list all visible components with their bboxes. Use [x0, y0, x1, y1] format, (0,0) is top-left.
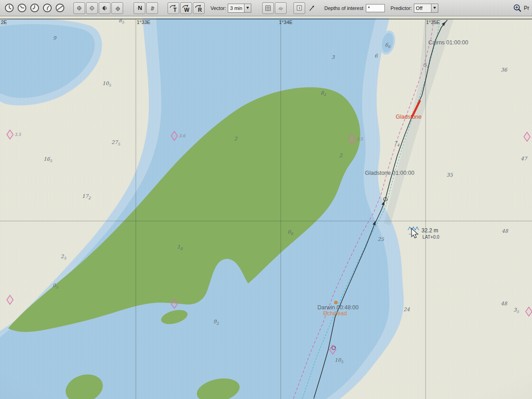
mark-label: 3.5	[14, 132, 22, 137]
crosshair-circle-icon	[115, 4, 120, 12]
depth-sounding: 9	[53, 35, 57, 41]
chart-layers-button[interactable]	[275, 2, 287, 14]
depth-sounding: 48	[501, 301, 508, 307]
depth-sounding: 47	[521, 156, 528, 162]
clock-arrow-icon	[42, 3, 53, 13]
route-label: Gladstone	[396, 114, 422, 120]
motion-mode-button-t[interactable]: T	[168, 2, 179, 14]
depth-sounding: 2	[339, 153, 343, 159]
clock-arrow-button-5[interactable]	[54, 2, 66, 14]
north-up-label: N	[138, 5, 142, 11]
depth-sounding: 35	[446, 172, 453, 178]
depth-sounding: 48	[502, 228, 508, 234]
motion-mode-label: R	[198, 7, 202, 13]
motion-mode-label: T	[173, 7, 177, 13]
panel-3-button[interactable]: 3	[293, 2, 305, 14]
depth-sounding: 24	[403, 307, 410, 312]
longitude-label: 1°35E	[426, 19, 440, 25]
longitude-label: 1°34E	[279, 19, 292, 25]
toolbar-right-text: Pr	[524, 5, 529, 11]
depth-sounding: 2	[234, 136, 238, 142]
waypoint-symbol-darwin[interactable]	[335, 301, 337, 304]
ecdis-window: N T W R Vector: 3 min	[0, 0, 532, 399]
chart-area[interactable]: 3.63.53.53.5 859105275165172250518922823…	[0, 16, 532, 399]
route-label: Gladstone 01:00:00	[365, 170, 414, 176]
predictor-value: Off	[414, 5, 431, 11]
panel-3-icon: 3	[297, 4, 302, 12]
main-toolbar: N T W R Vector: 3 min	[0, 0, 532, 16]
motion-mode-button-w[interactable]: W	[180, 2, 192, 14]
motion-mode-button-r[interactable]: R	[193, 2, 205, 14]
crosshair-circle-icon	[89, 4, 95, 12]
north-up-button[interactable]: N	[134, 2, 145, 14]
crosshair-circle-icon	[77, 4, 82, 12]
longitude-label: 1°33E	[137, 19, 150, 25]
clock-arrow-icon	[55, 3, 65, 13]
north-up-icon	[137, 5, 138, 12]
predictor-dropdown[interactable]: Off	[414, 4, 438, 13]
predictor-label: Predictor:	[390, 5, 412, 11]
clock-arrow-button-1[interactable]	[3, 2, 15, 14]
depth-sounding: 3	[331, 54, 335, 60]
chevron-down-icon[interactable]	[431, 4, 438, 12]
clock-arrow-button-2[interactable]	[16, 2, 28, 14]
bearing-arrow-icon	[308, 5, 316, 12]
route-label: Cairns 01:00:00	[428, 39, 468, 46]
crosshair-circle-icon	[102, 4, 107, 12]
bearing-arrow-button[interactable]	[307, 2, 316, 14]
grid-icon	[265, 5, 271, 12]
center-mode-button-4[interactable]	[111, 2, 123, 14]
motion-mode-label: W	[184, 7, 189, 13]
depth-annotation-datum: LAT+0.0	[422, 235, 440, 240]
longitude-label: 2E	[1, 19, 7, 25]
route-label: Darwin 00:48:00	[317, 304, 359, 311]
course-up-icon	[149, 4, 155, 12]
route-label: Echolead	[323, 310, 347, 317]
clock-arrow-button-3[interactable]	[29, 2, 40, 14]
depth-annotation-value: 32.2 m	[422, 227, 438, 234]
chevron-down-icon[interactable]	[244, 4, 251, 12]
center-mode-button-3[interactable]	[99, 2, 110, 14]
clock-arrow-icon	[29, 3, 40, 13]
grid-view-button[interactable]	[262, 2, 274, 14]
vector-dropdown[interactable]: 3 min	[228, 4, 251, 13]
clock-arrow-button-4[interactable]	[41, 2, 53, 14]
depth-sounding: 36	[501, 67, 508, 73]
depths-of-interest-input[interactable]	[366, 4, 385, 12]
vector-label: Vector:	[211, 5, 226, 11]
clock-arrow-icon	[17, 3, 27, 13]
depths-of-interest-label: Depths of interest	[324, 5, 363, 11]
center-mode-button-2[interactable]	[86, 2, 98, 14]
depth-sounding: 6	[374, 53, 378, 59]
chart-layers-icon	[278, 5, 283, 12]
zoom-in-button[interactable]	[512, 2, 523, 14]
mark-label: 3.5	[356, 137, 364, 141]
panel-3-icon-label: 3	[298, 6, 300, 10]
depth-sounding: 25	[378, 236, 384, 242]
clock-arrow-icon	[4, 3, 14, 13]
zoom-in-icon	[513, 4, 522, 13]
center-mode-button-1[interactable]	[73, 2, 85, 14]
course-up-button[interactable]	[146, 2, 158, 14]
vector-value: 3 min	[228, 5, 244, 11]
mark-label: 3.6	[179, 134, 186, 138]
